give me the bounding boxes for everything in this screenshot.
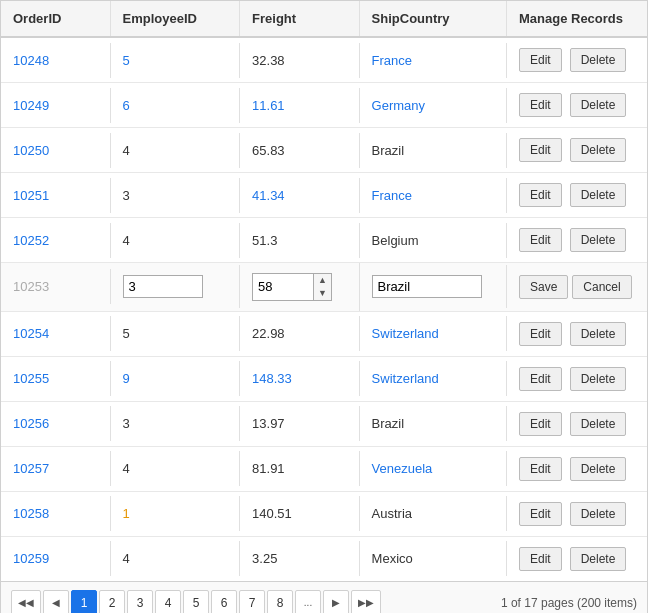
- cell-orderid: 10255: [1, 361, 111, 396]
- employeeid-value: 4: [123, 143, 130, 158]
- edit-button[interactable]: Edit: [519, 228, 562, 252]
- orderid-link[interactable]: 10250: [13, 143, 49, 158]
- header-shipcountry: ShipCountry: [360, 1, 507, 36]
- page-next-button[interactable]: ▶: [323, 590, 349, 613]
- cell-freight: 140.51: [240, 496, 360, 531]
- orderid-link[interactable]: 10254: [13, 326, 49, 341]
- cancel-button[interactable]: Cancel: [572, 275, 631, 299]
- cell-shipcountry: Brazil: [360, 133, 507, 168]
- delete-button[interactable]: Delete: [570, 457, 627, 481]
- manage-buttons: Edit Delete: [519, 547, 626, 571]
- cell-manage: Edit Delete: [507, 537, 647, 581]
- table-row: 10252 4 51.3 Belgium Edit Delete: [1, 218, 647, 263]
- orderid-link[interactable]: 10251: [13, 188, 49, 203]
- manage-buttons: Edit Delete: [519, 183, 626, 207]
- orderid-link[interactable]: 10259: [13, 551, 49, 566]
- orderid-link[interactable]: 10257: [13, 461, 49, 476]
- page-5-button[interactable]: 5: [183, 590, 209, 613]
- table-row: 10249 6 11.61 Germany Edit Delete: [1, 83, 647, 128]
- delete-button[interactable]: Delete: [570, 183, 627, 207]
- orderid-link[interactable]: 10248: [13, 53, 49, 68]
- cell-shipcountry: Mexico: [360, 541, 507, 576]
- manage-buttons: Edit Delete: [519, 228, 626, 252]
- cell-orderid: 10253: [1, 269, 111, 304]
- cell-employeeid: 1: [111, 496, 240, 531]
- manage-buttons: Edit Delete: [519, 138, 626, 162]
- page-8-button[interactable]: 8: [267, 590, 293, 613]
- shipcountry-value: France: [372, 53, 412, 68]
- delete-button[interactable]: Delete: [570, 547, 627, 571]
- save-button[interactable]: Save: [519, 275, 568, 299]
- employeeid-value: 3: [123, 188, 130, 203]
- delete-button[interactable]: Delete: [570, 93, 627, 117]
- manage-buttons: Edit Delete: [519, 457, 626, 481]
- orderid-link[interactable]: 10258: [13, 506, 49, 521]
- orderid-link[interactable]: 10252: [13, 233, 49, 248]
- employeeid-input[interactable]: [123, 275, 203, 298]
- cell-manage: Edit Delete: [507, 173, 647, 217]
- table-row: 10255 9 148.33 Switzerland Edit Delete: [1, 357, 647, 402]
- shipcountry-value: Brazil: [372, 416, 405, 431]
- table-row: 10253 ▲ ▼ Save Cancel: [1, 263, 647, 312]
- page-4-button[interactable]: 4: [155, 590, 181, 613]
- page-last-button[interactable]: ▶▶: [351, 590, 381, 613]
- shipcountry-value: Switzerland: [372, 326, 439, 341]
- shipcountry-value: Austria: [372, 506, 412, 521]
- cell-manage: Edit Delete: [507, 128, 647, 172]
- delete-button[interactable]: Delete: [570, 367, 627, 391]
- shipcountry-input[interactable]: [372, 275, 482, 298]
- cell-shipcountry: Venezuela: [360, 451, 507, 486]
- edit-button[interactable]: Edit: [519, 322, 562, 346]
- page-6-button[interactable]: 6: [211, 590, 237, 613]
- freight-spinner-wrap: ▲ ▼: [252, 273, 332, 301]
- delete-button[interactable]: Delete: [570, 48, 627, 72]
- orderid-link[interactable]: 10249: [13, 98, 49, 113]
- edit-button[interactable]: Edit: [519, 48, 562, 72]
- page-7-button[interactable]: 7: [239, 590, 265, 613]
- freight-decrement-button[interactable]: ▼: [314, 287, 331, 300]
- delete-button[interactable]: Delete: [570, 502, 627, 526]
- cell-employeeid: 4: [111, 223, 240, 258]
- page-prev-button[interactable]: ◀: [43, 590, 69, 613]
- cell-employeeid: 4: [111, 451, 240, 486]
- cell-orderid: 10249: [1, 88, 111, 123]
- delete-button[interactable]: Delete: [570, 322, 627, 346]
- edit-button[interactable]: Edit: [519, 457, 562, 481]
- delete-button[interactable]: Delete: [570, 228, 627, 252]
- freight-increment-button[interactable]: ▲: [314, 274, 331, 287]
- cell-manage: Edit Delete: [507, 312, 647, 356]
- cell-freight: 148.33: [240, 361, 360, 396]
- edit-button[interactable]: Edit: [519, 367, 562, 391]
- page-3-button[interactable]: 3: [127, 590, 153, 613]
- employeeid-value: 4: [123, 551, 130, 566]
- cell-employeeid: 4: [111, 541, 240, 576]
- delete-button[interactable]: Delete: [570, 138, 627, 162]
- delete-button[interactable]: Delete: [570, 412, 627, 436]
- table-row: 10254 5 22.98 Switzerland Edit Delete: [1, 312, 647, 357]
- cell-freight: 41.34: [240, 178, 360, 213]
- edit-button[interactable]: Edit: [519, 138, 562, 162]
- page-2-button[interactable]: 2: [99, 590, 125, 613]
- page-first-button[interactable]: ◀◀: [11, 590, 41, 613]
- edit-button[interactable]: Edit: [519, 547, 562, 571]
- data-grid: OrderID EmployeeID Freight ShipCountry M…: [0, 0, 648, 613]
- orderid-link[interactable]: 10256: [13, 416, 49, 431]
- manage-buttons: Edit Delete: [519, 367, 626, 391]
- edit-button[interactable]: Edit: [519, 502, 562, 526]
- freight-value: 65.83: [252, 143, 285, 158]
- edit-button[interactable]: Edit: [519, 93, 562, 117]
- orderid-link[interactable]: 10255: [13, 371, 49, 386]
- header-employeeid: EmployeeID: [111, 1, 240, 36]
- employeeid-value: 9: [123, 371, 130, 386]
- freight-value: 13.97: [252, 416, 285, 431]
- freight-input[interactable]: [253, 276, 313, 297]
- page-1-button[interactable]: 1: [71, 590, 97, 613]
- table-row: 10259 4 3.25 Mexico Edit Delete: [1, 537, 647, 581]
- page-nav: ◀◀ ◀ 1 2 3 4 5 6 7 8 ... ▶ ▶▶: [11, 590, 381, 613]
- cell-manage: Edit Delete: [507, 402, 647, 446]
- edit-button[interactable]: Edit: [519, 412, 562, 436]
- shipcountry-value: Venezuela: [372, 461, 433, 476]
- manage-buttons: Edit Delete: [519, 412, 626, 436]
- edit-button[interactable]: Edit: [519, 183, 562, 207]
- cell-manage: Edit Delete: [507, 38, 647, 82]
